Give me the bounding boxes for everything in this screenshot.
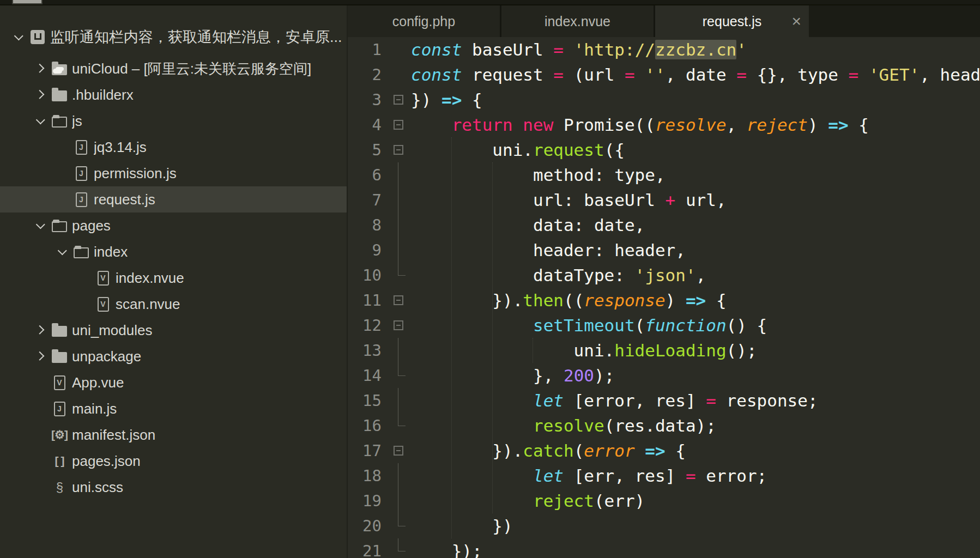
tab-index.nvue[interactable]: index.nvue [501, 5, 655, 37]
token: {}, type [747, 65, 849, 84]
token [411, 466, 533, 486]
tree-item[interactable]: [ ]pages.json [0, 448, 348, 474]
tab-config.php[interactable]: config.php [348, 5, 501, 37]
tree-item[interactable]: Jpermission.js [0, 160, 348, 186]
code-line: 12 setTimeout(function() { [348, 313, 980, 338]
fold-column [387, 37, 411, 62]
fold-end-tick [398, 375, 406, 376]
token: { [849, 115, 869, 135]
chevron-down-icon[interactable] [58, 246, 67, 255]
chevron-right-icon[interactable] [35, 325, 44, 335]
tab-request.js[interactable]: request.js× [655, 5, 809, 37]
line-number: 4 [348, 112, 387, 137]
chevron-right-icon[interactable] [35, 90, 44, 99]
token: resolve [655, 115, 727, 135]
fold-toggle-icon[interactable] [394, 446, 403, 456]
code-text: let [error, res] = response; [411, 388, 818, 413]
token: 'http:// [574, 40, 655, 59]
icon-slot [49, 324, 70, 337]
icon-slot [49, 88, 70, 101]
tree-item[interactable]: VApp.vue [0, 369, 348, 396]
tree-item-label: uniCloud – [阿里云:未关联云服务空间] [72, 59, 311, 78]
toolbar-button-fragment[interactable] [12, 0, 43, 4]
token: function [645, 316, 726, 335]
tree-item[interactable]: Jjq3.14.js [0, 134, 348, 160]
close-icon[interactable]: × [791, 13, 801, 29]
fold-extent-line [398, 538, 398, 551]
fold-toggle-icon[interactable] [394, 145, 403, 155]
tree-item-label: manifest.json [72, 427, 155, 444]
fold-column [387, 363, 411, 388]
code-editor[interactable]: 1const baseUrl = 'http://zzcbz.cn'2const… [348, 37, 980, 558]
tree-item[interactable]: uniCloud – [阿里云:未关联云服务空间] [0, 56, 348, 82]
editor-tab-bar: config.phpindex.nvuerequest.js× [348, 5, 980, 37]
tree-item-label: permission.js [94, 165, 177, 182]
token: ) [808, 115, 828, 135]
tree-item-label: scan.nvue [116, 296, 180, 313]
token: baseUrl [462, 40, 553, 59]
fold-extent-line [398, 187, 398, 213]
fold-column [387, 488, 411, 513]
js-file-icon: J [76, 140, 87, 155]
tree-item[interactable]: Vindex.nvue [0, 265, 348, 291]
tab-label: request.js [703, 14, 761, 29]
tree-item[interactable]: uni_modules [0, 317, 348, 343]
token: catch [523, 441, 573, 460]
fold-toggle-icon[interactable] [394, 120, 403, 130]
code-line: 8 data: date, [348, 213, 980, 238]
token: (err) [594, 491, 645, 511]
token [411, 491, 533, 511]
tab-label: index.nvue [545, 14, 610, 29]
tree-item[interactable]: §uni.scss [0, 474, 348, 500]
line-number: 11 [348, 288, 387, 313]
tree-item[interactable]: js [0, 108, 348, 134]
code-text: header: header, [411, 238, 686, 263]
token: = [553, 65, 564, 84]
fold-column [387, 62, 411, 87]
json-file-icon: [ ] [55, 454, 64, 468]
indent-guide [533, 338, 533, 363]
line-number: 10 [348, 263, 387, 288]
icon-slot: [⚙] [49, 428, 70, 441]
fold-column [387, 413, 411, 438]
fold-toggle-icon[interactable] [394, 295, 403, 305]
code-line: 13 uni.hideLoading(); [348, 338, 980, 363]
chevron-down-icon[interactable] [36, 115, 45, 124]
tree-item[interactable]: Jmain.js [0, 396, 348, 422]
fold-toggle-icon[interactable] [394, 95, 403, 105]
code-line: 6 method: type, [348, 162, 980, 187]
tree-item-label: uni.scss [72, 479, 123, 496]
tree-item-label: 监听通知栏内容，获取通知栏消息，安卓原... [50, 27, 342, 47]
chevron-right-icon[interactable] [35, 351, 44, 361]
tree-item[interactable]: .hbuilderx [0, 82, 348, 108]
tree-item[interactable]: [⚙]manifest.json [0, 422, 348, 448]
fold-toggle-icon[interactable] [394, 320, 403, 330]
tree-item[interactable]: index [0, 239, 348, 265]
code-text: data: date, [411, 213, 645, 238]
token: => [645, 441, 665, 460]
token: , date [666, 65, 737, 84]
chevron-right-icon[interactable] [35, 64, 44, 73]
token: reject [747, 115, 808, 135]
chevron-down-icon[interactable] [14, 31, 23, 40]
token: ' [736, 40, 747, 59]
fold-extent-line [398, 388, 398, 413]
tree-item[interactable]: 监听通知栏内容，获取通知栏消息，安卓原... [0, 24, 348, 50]
tree-item[interactable]: unpackage [0, 343, 348, 369]
tree-item[interactable]: Vscan.nvue [0, 291, 348, 317]
line-number: 5 [348, 137, 387, 162]
token: request [462, 65, 553, 84]
tree-item[interactable]: Jrequest.js [0, 186, 348, 213]
icon-slot: V [93, 271, 113, 286]
token: => [828, 115, 848, 135]
code-text: const request = (url = '', date = {}, ty… [411, 62, 980, 87]
line-number: 7 [348, 187, 387, 213]
code-line: 11 }).then((response) => { [348, 288, 980, 313]
tree-item[interactable]: pages [0, 213, 348, 239]
code-text: url: baseUrl + url, [411, 187, 727, 213]
token [635, 441, 645, 460]
chevron-down-icon[interactable] [36, 220, 45, 229]
code-line: 18 let [err, res] = error; [348, 463, 980, 488]
code-line: 5 uni.request({ [348, 137, 980, 162]
line-number: 1 [348, 37, 387, 62]
